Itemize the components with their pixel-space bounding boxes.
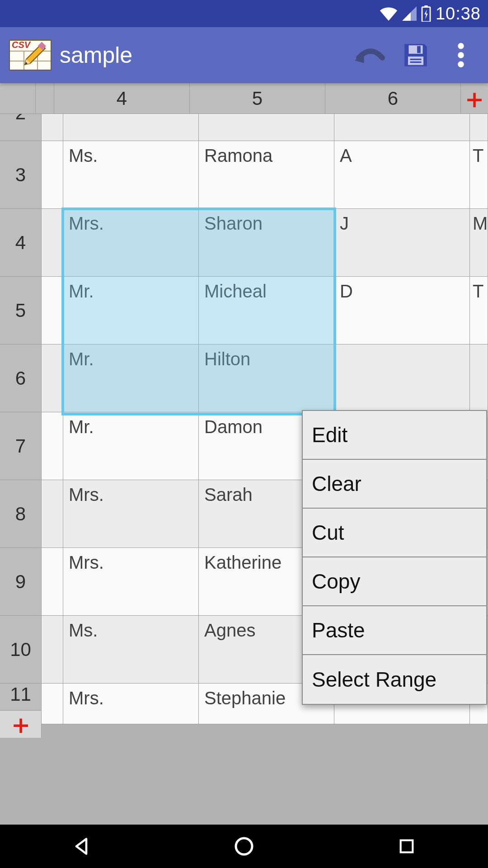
cell[interactable]: Mrs. [63, 209, 199, 277]
svg-rect-10 [410, 61, 422, 63]
status-bar: 10:38 [0, 0, 488, 27]
cell[interactable]: A [334, 141, 470, 209]
row-header-4[interactable]: 4 [0, 209, 42, 277]
cell[interactable]: Mrs. [63, 548, 199, 616]
row-header-9[interactable]: 9 [0, 548, 42, 616]
back-button[interactable] [68, 833, 95, 860]
row-header-6[interactable]: 6 [0, 344, 42, 412]
cell[interactable]: Hilton [199, 344, 334, 412]
cell[interactable] [470, 344, 488, 412]
ctx-select-range[interactable]: Select Range [303, 655, 486, 704]
app-title: sample [60, 42, 343, 68]
plus-icon: ＋ [8, 711, 34, 737]
row-header-2[interactable]: 2 [0, 114, 42, 141]
add-row-button[interactable]: ＋ [0, 711, 42, 738]
cell[interactable]: Mr. [63, 277, 199, 344]
signal-icon [402, 6, 417, 21]
svg-point-13 [458, 61, 464, 68]
home-button[interactable] [230, 833, 258, 860]
app-csv-icon: CSV [9, 40, 52, 71]
plus-icon: ＋ [461, 85, 488, 112]
row-headers: 2 3 4 5 6 7 8 9 10 11 ＋ [0, 114, 42, 825]
cell[interactable]: Ramona [199, 141, 334, 209]
row-header-7[interactable]: 7 [0, 412, 42, 480]
ctx-copy[interactable]: Copy [303, 557, 486, 606]
battery-charging-icon [421, 5, 431, 22]
svg-rect-9 [410, 59, 422, 60]
ctx-clear[interactable]: Clear [303, 460, 486, 509]
cell[interactable]: Micheal [199, 277, 334, 344]
corner-cell [0, 83, 36, 114]
status-time: 10:38 [436, 4, 481, 24]
svg-point-12 [458, 52, 464, 58]
row-header-11[interactable]: 11 [0, 684, 42, 711]
cell[interactable] [470, 114, 488, 141]
cell[interactable]: Mr. [63, 344, 199, 412]
svg-point-11 [458, 43, 464, 49]
row-header-10[interactable]: 10 [0, 616, 42, 684]
android-nav-bar [0, 825, 488, 868]
undo-button[interactable] [352, 37, 389, 73]
row-header-3[interactable]: 3 [0, 141, 42, 209]
cell[interactable]: Mr. [63, 412, 199, 480]
cell[interactable]: Ms. [63, 616, 199, 684]
cell[interactable]: Mrs. [63, 480, 199, 548]
cell[interactable] [334, 344, 470, 412]
ctx-cut[interactable]: Cut [303, 509, 486, 557]
cell[interactable]: M [470, 209, 488, 277]
table-row: Mr. Hilton [42, 344, 488, 412]
row-header-8[interactable]: 8 [0, 480, 42, 548]
svg-point-14 [236, 838, 252, 854]
col-header-5[interactable]: 5 [190, 83, 325, 114]
cell[interactable]: T [470, 141, 488, 209]
recents-button[interactable] [393, 833, 420, 860]
cell[interactable] [334, 114, 470, 141]
col-header-6[interactable]: 6 [325, 83, 461, 114]
column-headers: 4 5 6 ＋ [0, 83, 488, 114]
row-header-5[interactable]: 5 [0, 277, 42, 344]
overflow-menu-button[interactable] [443, 37, 479, 73]
svg-rect-15 [401, 840, 413, 853]
cell[interactable]: Mrs. [63, 684, 199, 724]
app-bar: CSV sample [0, 27, 488, 83]
wifi-icon [380, 6, 398, 21]
col-header-4[interactable]: 4 [54, 83, 190, 114]
cell[interactable] [63, 114, 199, 141]
svg-rect-1 [424, 5, 427, 8]
context-menu: Edit Clear Cut Copy Paste Select Range [302, 410, 487, 705]
cell[interactable]: D [334, 277, 470, 344]
svg-rect-8 [408, 57, 423, 65]
save-button[interactable] [398, 37, 434, 73]
cell[interactable]: Ms. [63, 141, 199, 209]
row-gutter-header [36, 83, 54, 114]
cell[interactable]: T [470, 277, 488, 344]
svg-rect-7 [417, 46, 421, 53]
cell[interactable]: J [334, 209, 470, 277]
table-row: Mr. Micheal D T [42, 277, 488, 344]
add-column-button[interactable]: ＋ [461, 83, 488, 114]
table-row [42, 114, 488, 141]
ctx-paste[interactable]: Paste [303, 606, 486, 655]
cell[interactable] [199, 114, 334, 141]
ctx-edit[interactable]: Edit [303, 411, 486, 460]
table-row: Ms. Ramona A T [42, 141, 488, 209]
table-row: Mrs. Sharon J M [42, 209, 488, 277]
cell[interactable]: Sharon [199, 209, 334, 277]
spreadsheet-grid[interactable]: 4 5 6 ＋ 2 3 4 5 6 7 8 9 10 11 ＋ [0, 83, 488, 825]
